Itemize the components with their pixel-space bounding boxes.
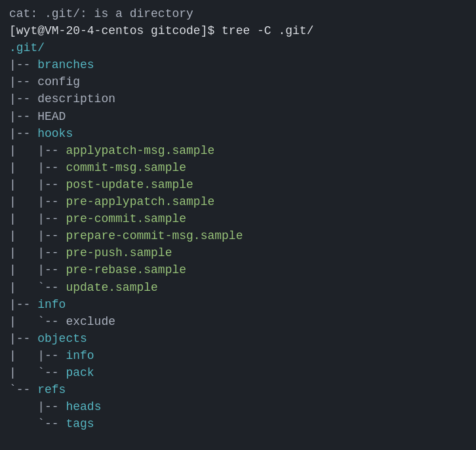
line-pack: | `-- pack bbox=[9, 364, 467, 381]
text-segment: | |-- bbox=[9, 229, 66, 242]
text-segment: `-- bbox=[9, 417, 66, 430]
text-segment: | |-- bbox=[9, 263, 66, 276]
text-segment: refs bbox=[37, 383, 66, 396]
line-exclude: | `-- exclude bbox=[9, 313, 467, 330]
text-segment: | |-- bbox=[9, 161, 66, 174]
line-pre-rebase: | |-- pre-rebase.sample bbox=[9, 261, 467, 278]
text-segment: pre-applypatch.sample bbox=[66, 195, 214, 208]
text-segment: | |-- bbox=[9, 212, 66, 225]
line-prepare-commit: | |-- prepare-commit-msg.sample bbox=[9, 227, 467, 244]
line-HEAD: |-- HEAD bbox=[9, 108, 467, 125]
text-segment: post-update.sample bbox=[66, 178, 193, 191]
text-segment: info bbox=[37, 298, 66, 311]
text-segment: commit-msg.sample bbox=[66, 161, 186, 174]
line-description: |-- description bbox=[9, 90, 467, 107]
prompt: [wyt@VM-20-4-centos gitcode]$ tree -C .g… bbox=[9, 22, 467, 39]
line-branches: |-- branches bbox=[9, 56, 467, 73]
text-segment: | `-- bbox=[9, 281, 66, 294]
line-info: |-- info bbox=[9, 296, 467, 313]
line-applypatch: | |-- applypatch-msg.sample bbox=[9, 142, 467, 159]
text-segment: |-- bbox=[9, 400, 66, 413]
text-segment: hooks bbox=[37, 127, 73, 140]
text-segment: cat: .git/: is a directory bbox=[9, 7, 193, 20]
text-segment: | |-- bbox=[9, 195, 66, 208]
line-objects: |-- objects bbox=[9, 330, 467, 347]
line-refs: `-- refs bbox=[9, 381, 467, 398]
terminal: cat: .git/: is a directory[wyt@VM-20-4-c… bbox=[0, 0, 476, 450]
empty-line bbox=[9, 432, 467, 449]
text-segment: |-- bbox=[9, 58, 37, 71]
line-tags: `-- tags bbox=[9, 415, 467, 432]
line-config: |-- config bbox=[9, 73, 467, 90]
text-segment: |-- config bbox=[9, 75, 80, 88]
text-segment: update.sample bbox=[66, 281, 157, 294]
text-segment: | |-- bbox=[9, 246, 66, 259]
cmd-prev: cat: .git/: is a directory bbox=[9, 5, 467, 22]
line-pre-applypatch: | |-- pre-applypatch.sample bbox=[9, 193, 467, 210]
text-segment: pre-rebase.sample bbox=[66, 263, 186, 276]
text-segment: branches bbox=[37, 58, 94, 71]
text-segment: `-- bbox=[9, 383, 37, 396]
text-segment: objects bbox=[37, 332, 87, 345]
line-pre-push: | |-- pre-push.sample bbox=[9, 244, 467, 261]
text-segment: | |-- bbox=[9, 178, 66, 191]
line-update: | `-- update.sample bbox=[9, 279, 467, 296]
text-segment: [wyt@VM-20-4-centos gitcode]$ tree -C .g… bbox=[9, 24, 313, 37]
text-segment: |-- description bbox=[9, 92, 115, 105]
line-commit-msg: | |-- commit-msg.sample bbox=[9, 159, 467, 176]
line-post-update: | |-- post-update.sample bbox=[9, 176, 467, 193]
line-info2: | |-- info bbox=[9, 347, 467, 364]
text-segment: tags bbox=[66, 417, 94, 430]
root: .git/ bbox=[9, 39, 467, 56]
text-segment: | |-- bbox=[9, 349, 66, 362]
text-segment: pre-push.sample bbox=[66, 246, 172, 259]
line-heads: |-- heads bbox=[9, 398, 467, 415]
text-segment: | `-- exclude bbox=[9, 315, 115, 328]
line-hooks: |-- hooks bbox=[9, 125, 467, 142]
text-segment: | |-- bbox=[9, 144, 66, 157]
text-segment: |-- bbox=[9, 332, 37, 345]
text-segment: pre-commit.sample bbox=[66, 212, 186, 225]
text-segment: |-- HEAD bbox=[9, 110, 66, 123]
line-pre-commit: | |-- pre-commit.sample bbox=[9, 210, 467, 227]
text-segment: pack bbox=[66, 366, 94, 379]
text-segment: heads bbox=[66, 400, 101, 413]
text-segment: |-- bbox=[9, 127, 37, 140]
text-segment: prepare-commit-msg.sample bbox=[66, 229, 243, 242]
text-segment: .git/ bbox=[9, 41, 45, 54]
text-segment: |-- bbox=[9, 298, 37, 311]
text-segment: info bbox=[66, 349, 94, 362]
text-segment: applypatch-msg.sample bbox=[66, 144, 214, 157]
text-segment: | `-- bbox=[9, 366, 66, 379]
